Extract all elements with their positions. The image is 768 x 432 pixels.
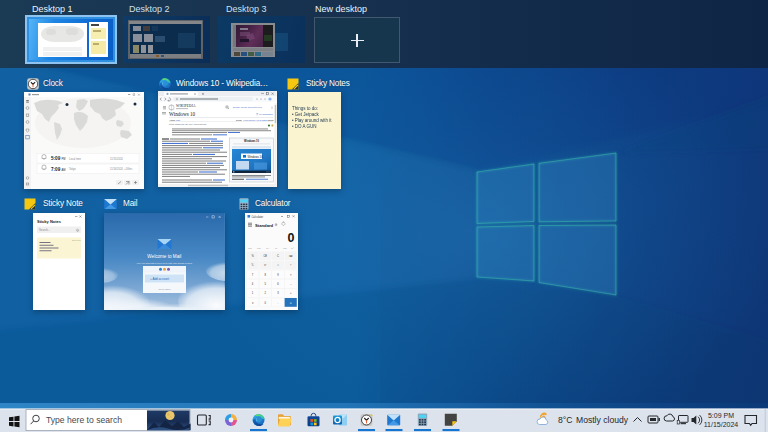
svg-text:Read: Read	[236, 119, 242, 121]
svg-text:Mostly cloudy: Mostly cloudy	[576, 415, 629, 425]
svg-text:11/15/2024: 11/15/2024	[704, 421, 739, 428]
svg-text:11/16/2024, +16hrs: 11/16/2024, +16hrs	[110, 167, 133, 171]
svg-text:Mˇ: Mˇ	[291, 247, 294, 250]
svg-text:M-: M-	[275, 247, 278, 250]
svg-text:MC: MC	[248, 247, 252, 250]
svg-text:0: 0	[288, 231, 295, 245]
svg-text:MS: MS	[283, 247, 287, 250]
svg-text:Windows 10: Windows 10	[244, 139, 260, 143]
svg-text:WIKIPEDIA: WIKIPEDIA	[176, 104, 196, 108]
svg-text:Sticky Notes: Sticky Notes	[37, 219, 62, 224]
svg-text:Go to inbox: Go to inbox	[158, 288, 171, 291]
svg-text:CE: CE	[263, 254, 267, 258]
svg-text:Donate Create account Log in: Donate Create account Log in	[233, 106, 263, 108]
svg-text:View source View history: View source View history	[243, 119, 269, 121]
svg-text:Calculator: Calculator	[252, 215, 264, 219]
svg-text:11/15/2024: 11/15/2024	[110, 157, 123, 161]
svg-text:Welcome to Mail: Welcome to Mail	[147, 254, 181, 259]
svg-text:Windows 10: Windows 10	[169, 111, 196, 117]
svg-text:5:09 PM: 5:09 PM	[72, 239, 81, 241]
svg-text:5:09 PM: 5:09 PM	[708, 412, 734, 419]
svg-text:⌫: ⌫	[289, 255, 293, 258]
svg-text:Add your accounts to keep up-t: Add your accounts to keep up-to-date and…	[136, 262, 193, 264]
svg-text:C: C	[277, 254, 279, 258]
svg-text:Tokyo: Tokyo	[69, 167, 76, 171]
svg-text:Type here to search: Type here to search	[46, 415, 122, 425]
svg-text:Local time: Local time	[69, 157, 81, 161]
svg-text:Standard: Standard	[255, 223, 274, 228]
svg-text:Search...: Search...	[39, 228, 50, 232]
svg-text:x²: x²	[264, 264, 266, 267]
svg-text:Windows 10: Windows 10	[248, 155, 264, 159]
svg-text:MR: MR	[257, 247, 261, 250]
svg-text:Tools: Tools	[268, 119, 274, 121]
svg-text:+ Add account: + Add account	[150, 277, 169, 281]
svg-text:8°C: 8°C	[558, 415, 572, 425]
